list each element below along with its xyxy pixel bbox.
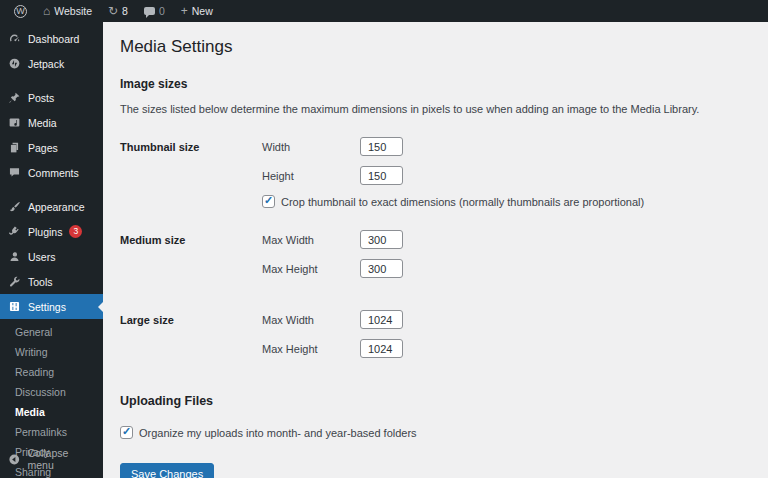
- sidebar-item-users[interactable]: Users: [0, 244, 103, 269]
- sidebar-item-label: Jetpack: [28, 58, 64, 70]
- sidebar-separator: [0, 185, 103, 194]
- crop-thumbnail-checkbox[interactable]: [262, 195, 275, 208]
- sidebar-item-plugins[interactable]: Plugins 3: [0, 219, 103, 244]
- sidebar-item-media[interactable]: Media: [0, 110, 103, 135]
- admin-sidebar: Dashboard Jetpack Posts Media Pages Comm…: [0, 22, 103, 478]
- comments-count: 0: [159, 5, 165, 17]
- wrench-icon: [8, 275, 21, 288]
- uploading-files-heading: Uploading Files: [120, 394, 748, 408]
- large-size-label: Large size: [120, 310, 262, 368]
- sidebar-item-tools[interactable]: Tools: [0, 269, 103, 294]
- sidebar-item-posts[interactable]: Posts: [0, 85, 103, 110]
- user-icon: [8, 250, 21, 263]
- collapse-menu-button[interactable]: Collapse menu: [0, 440, 103, 478]
- updates-link[interactable]: ↻ 8: [100, 0, 136, 22]
- page-title: Media Settings: [120, 35, 748, 65]
- comment-bubble-icon: [144, 7, 155, 15]
- organize-uploads-label: Organize my uploads into month- and year…: [139, 427, 417, 439]
- submenu-item-writing[interactable]: Writing: [0, 342, 103, 362]
- collapse-menu-label: Collapse menu: [28, 447, 95, 471]
- comments-icon: [8, 166, 21, 179]
- medium-size-row: Medium size Max Width Max Height: [120, 230, 748, 288]
- jetpack-icon: [8, 57, 21, 70]
- medium-max-height-label: Max Height: [262, 263, 360, 275]
- sidebar-item-comments[interactable]: Comments: [0, 160, 103, 185]
- large-max-width-label: Max Width: [262, 314, 360, 326]
- sidebar-item-label: Settings: [28, 301, 66, 313]
- sidebar-item-label: Plugins: [28, 226, 62, 238]
- sidebar-item-label: Tools: [28, 276, 53, 288]
- sidebar-item-label: Pages: [28, 142, 58, 154]
- sidebar-separator: [0, 76, 103, 85]
- sidebar-item-label: Posts: [28, 92, 54, 104]
- submenu-item-media[interactable]: Media: [0, 402, 103, 422]
- plugins-update-badge: 3: [69, 225, 82, 238]
- sidebar-item-settings[interactable]: Settings: [0, 294, 103, 319]
- sidebar-item-label: Media: [28, 117, 57, 129]
- submenu-item-reading[interactable]: Reading: [0, 362, 103, 382]
- large-max-height-input[interactable]: [360, 339, 403, 358]
- main-content: Media Settings Image sizes The sizes lis…: [103, 22, 768, 478]
- thumbnail-width-label: Width: [262, 141, 360, 153]
- collapse-arrow-icon: [8, 453, 21, 466]
- medium-max-width-input[interactable]: [360, 230, 403, 249]
- medium-max-width-label: Max Width: [262, 234, 360, 246]
- home-icon: ⌂: [43, 5, 50, 17]
- large-size-row: Large size Max Width Max Height: [120, 310, 748, 368]
- sidebar-item-label: Dashboard: [28, 33, 79, 45]
- plus-icon: +: [181, 5, 188, 17]
- site-name-link[interactable]: ⌂ Website: [35, 0, 100, 22]
- pushpin-icon: [8, 91, 21, 104]
- wordpress-logo-icon: W: [14, 5, 27, 18]
- image-sizes-heading: Image sizes: [120, 77, 748, 91]
- submenu-item-general[interactable]: General: [0, 322, 103, 342]
- dashboard-icon: [8, 32, 21, 45]
- submenu-item-permalinks[interactable]: Permalinks: [0, 422, 103, 442]
- comments-link[interactable]: 0: [136, 0, 173, 22]
- pages-icon: [8, 141, 21, 154]
- site-name-label: Website: [54, 5, 92, 17]
- wordpress-logo-link[interactable]: W: [6, 0, 35, 22]
- large-max-height-label: Max Height: [262, 343, 360, 355]
- updates-icon: ↻: [108, 5, 118, 17]
- medium-max-height-input[interactable]: [360, 259, 403, 278]
- sidebar-item-dashboard[interactable]: Dashboard: [0, 26, 103, 51]
- sidebar-item-label: Appearance: [28, 201, 85, 213]
- sidebar-item-appearance[interactable]: Appearance: [0, 194, 103, 219]
- organize-uploads-checkbox[interactable]: [120, 426, 133, 439]
- thumbnail-size-label: Thumbnail size: [120, 137, 262, 208]
- brush-icon: [8, 200, 21, 213]
- updates-count: 8: [122, 5, 128, 17]
- settings-icon: [8, 300, 21, 313]
- media-icon: [8, 116, 21, 129]
- thumbnail-width-input[interactable]: [360, 137, 403, 156]
- save-changes-button[interactable]: Save Changes: [120, 463, 214, 478]
- medium-size-label: Medium size: [120, 230, 262, 288]
- submenu-item-discussion[interactable]: Discussion: [0, 382, 103, 402]
- crop-thumbnail-label: Crop thumbnail to exact dimensions (norm…: [281, 196, 644, 208]
- plugin-icon: [8, 225, 21, 238]
- image-sizes-description: The sizes listed below determine the max…: [120, 103, 748, 115]
- admin-bar: W ⌂ Website ↻ 8 0 + New: [0, 0, 768, 22]
- sidebar-item-label: Comments: [28, 167, 79, 179]
- thumbnail-size-row: Thumbnail size Width Height Crop thumbna…: [120, 137, 748, 208]
- sidebar-item-jetpack[interactable]: Jetpack: [0, 51, 103, 76]
- large-max-width-input[interactable]: [360, 310, 403, 329]
- sidebar-item-pages[interactable]: Pages: [0, 135, 103, 160]
- sidebar-item-label: Users: [28, 251, 55, 263]
- new-label: New: [192, 5, 213, 17]
- thumbnail-height-input[interactable]: [360, 166, 403, 185]
- new-content-link[interactable]: + New: [173, 0, 221, 22]
- thumbnail-height-label: Height: [262, 170, 360, 182]
